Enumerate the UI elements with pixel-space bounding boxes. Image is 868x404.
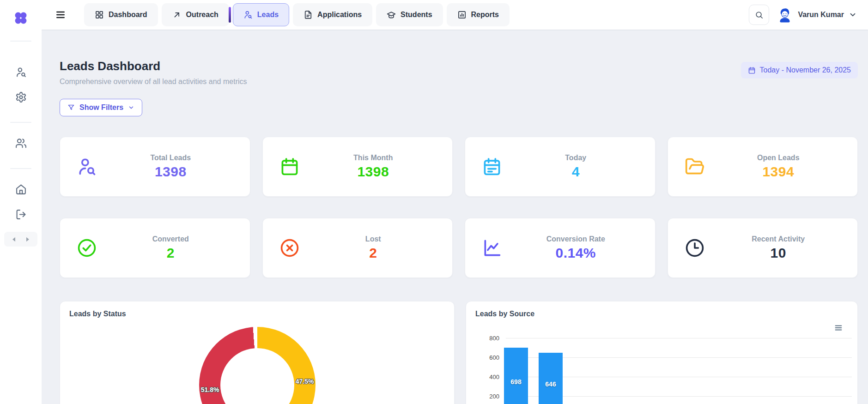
file-document-icon (303, 10, 313, 19)
topbar: DashboardOutreachLeadsApplicationsStuden… (42, 0, 868, 30)
stat-value: 1394 (705, 164, 852, 180)
charts-row: Leads by Status 47.5%51.8% Leads by Sour… (60, 301, 858, 404)
stat-value: 2 (97, 245, 244, 261)
stat-label: Lost (300, 235, 447, 243)
stat-label: Recent Activity (705, 235, 852, 243)
main-content: Leads Dashboard Comprehensive overview o… (42, 30, 868, 404)
bar-1: 698 (504, 348, 528, 404)
tab-label: Dashboard (109, 11, 147, 19)
chart-title-leads-by-status: Leads by Status (69, 310, 454, 318)
tab-label: Outreach (186, 11, 219, 19)
sidebar-collapse-next-button[interactable] (24, 236, 31, 243)
show-filters-label: Show Filters (79, 103, 123, 112)
stat-label: Converted (97, 235, 244, 243)
stat-card-lost: Lost2 (262, 218, 453, 278)
active-tab-indicator (229, 7, 231, 23)
stat-label: Conversion Rate (502, 235, 649, 243)
stats-grid: Total Leads1398This Month1398Today4Open … (60, 137, 858, 278)
users-icon (15, 138, 27, 149)
person-search-icon (15, 66, 27, 78)
user-menu[interactable]: Varun Kumar (777, 6, 857, 23)
source-bar-plot: 800600400200698646 (466, 301, 857, 404)
sidebar-collapse-prev-button[interactable] (11, 236, 18, 243)
y-axis-tick-label: 600 (479, 354, 499, 361)
stat-card-open-leads: Open Leads1394 (668, 137, 858, 197)
show-filters-button[interactable]: Show Filters (60, 99, 142, 116)
page-header: Leads Dashboard Comprehensive overview o… (60, 59, 858, 86)
stat-value: 10 (705, 245, 852, 261)
tab-reports[interactable]: Reports (447, 3, 510, 26)
stat-value: 2 (300, 245, 447, 261)
stat-card-today: Today4 (465, 137, 656, 197)
stat-card-this-month: This Month1398 (262, 137, 453, 197)
stat-card-recent-activity: Recent Activity10 (668, 218, 858, 278)
hamburger-menu-icon (55, 10, 67, 20)
sidebar-divider (10, 122, 31, 123)
stat-label: Total Leads (97, 154, 244, 162)
bar-chart-square-icon (457, 10, 467, 19)
page-title: Leads Dashboard (60, 59, 247, 73)
check-circle-icon (77, 238, 97, 258)
stat-card-total-leads: Total Leads1398 (60, 137, 250, 197)
stat-value: 0.14% (502, 245, 649, 261)
arrow-left-icon (11, 236, 18, 243)
bar-2: 646 (539, 353, 563, 404)
tab-students[interactable]: Students (376, 3, 443, 26)
stat-label: Open Leads (705, 154, 852, 162)
stat-text: This Month1398 (300, 154, 453, 180)
tab-applications[interactable]: Applications (293, 3, 372, 26)
app-logo[interactable] (14, 11, 28, 25)
person-search-icon (77, 157, 97, 177)
topbar-right: Varun Kumar (749, 5, 857, 25)
gridline (506, 338, 852, 338)
stat-text: Today4 (502, 154, 655, 180)
tab-label: Applications (317, 11, 362, 19)
leads-by-source-card: Leads by Source 800600400200698646 (466, 301, 858, 404)
chevron-down-icon (128, 104, 134, 111)
stat-label: This Month (300, 154, 447, 162)
tab-label: Leads (257, 11, 279, 19)
person-search-icon (243, 10, 253, 19)
y-axis-tick-label: 400 (479, 374, 499, 380)
user-avatar (777, 6, 793, 23)
stat-value: 1398 (300, 164, 447, 180)
clock-icon (685, 238, 705, 258)
calendar-icon (748, 66, 756, 74)
donut-hole (220, 348, 294, 404)
gear-icon (15, 91, 27, 103)
sidebar-item-person-search[interactable] (15, 66, 27, 78)
x-circle-icon (279, 238, 300, 258)
tab-label: Reports (471, 11, 499, 19)
stat-value: 4 (502, 164, 649, 180)
chart-line-icon (482, 238, 502, 258)
sidebar-item-logout[interactable] (15, 209, 27, 221)
sidebar-item-gear[interactable] (15, 91, 27, 103)
date-badge[interactable]: Today - November 26, 2025 (741, 62, 858, 78)
logout-icon (15, 209, 27, 220)
leads-by-status-card: Leads by Status 47.5%51.8% (60, 301, 455, 404)
stat-text: Recent Activity10 (705, 235, 858, 261)
page-title-block: Leads Dashboard Comprehensive overview o… (60, 59, 247, 86)
funnel-icon (67, 104, 75, 111)
sidebar-item-home[interactable] (15, 184, 27, 196)
user-name: Varun Kumar (798, 11, 844, 19)
date-badge-label: Today - November 26, 2025 (760, 66, 851, 74)
folder-open-icon (685, 157, 705, 177)
sidebar-nav (0, 42, 42, 221)
home-icon (15, 184, 27, 195)
search-button[interactable] (749, 5, 769, 25)
chevron-down-icon (849, 11, 857, 19)
arrow-up-right-icon (172, 10, 182, 19)
stat-card-converted: Converted2 (60, 218, 250, 278)
search-icon (755, 11, 764, 19)
hamburger-menu-button[interactable] (55, 10, 67, 20)
dashboard-grid-icon (95, 10, 104, 19)
tab-dashboard[interactable]: Dashboard (84, 3, 158, 26)
tab-outreach[interactable]: Outreach (162, 3, 229, 26)
nav-tabs: DashboardOutreachLeadsApplicationsStuden… (84, 3, 510, 26)
y-axis-tick-label: 200 (479, 393, 499, 400)
sidebar-item-users[interactable] (15, 138, 27, 150)
tab-leads[interactable]: Leads (233, 3, 289, 26)
stat-value: 1398 (97, 164, 244, 180)
stat-text: Lost2 (300, 235, 453, 261)
